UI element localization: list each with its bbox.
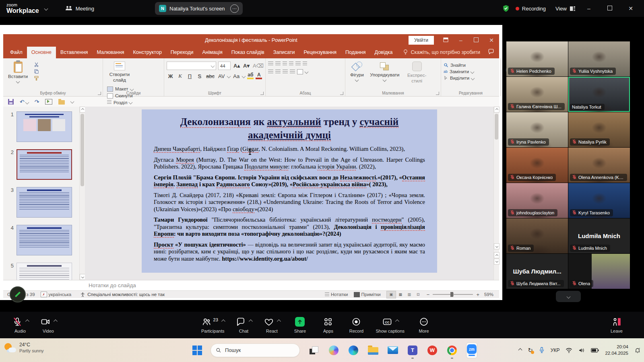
participant-tile-галина-євгенівна-ш-[interactable]: Галина Євгенівна Ш... — [506, 77, 568, 112]
scroll-down-icon[interactable] — [80, 274, 85, 280]
thumbnails-scrollbar[interactable] — [79, 107, 85, 280]
next-slide-icon[interactable] — [494, 259, 500, 265]
taskbar-search[interactable]: Пошук — [211, 343, 300, 357]
caret-up-icon[interactable] — [277, 319, 281, 323]
replace-button[interactable]: ab Замінити — [444, 69, 474, 74]
comments-toggle[interactable]: Примітки — [361, 292, 381, 297]
tray-chevron-up-icon[interactable] — [518, 348, 522, 352]
annotation-tool-button[interactable] — [10, 286, 26, 302]
slide-thumbnail-1[interactable] — [17, 111, 72, 142]
toolbar-apps[interactable]: Apps — [319, 317, 337, 333]
align-center-icon[interactable] — [275, 70, 281, 74]
format-painter-icon[interactable] — [34, 76, 39, 81]
font-name-input[interactable] — [167, 62, 216, 70]
wifi-icon[interactable] — [566, 348, 572, 353]
notes-toggle[interactable]: Нотатки — [331, 292, 348, 297]
font-style-button-abc[interactable]: abc — [205, 73, 215, 80]
scroll-up-icon[interactable] — [494, 107, 500, 113]
ppt-tab-довідка[interactable]: Довідка — [370, 47, 397, 58]
bullet-list-icon[interactable] — [268, 62, 273, 66]
participant-tile-roman[interactable]: Roman — [506, 218, 568, 253]
taskview-icon[interactable] — [308, 345, 320, 356]
participant-tile-шуба-людмила-вікт-[interactable]: Шуба Людмил...Шуба Людмила Вікт... — [506, 254, 568, 289]
slide-canvas[interactable]: Деколонизация як актуальний тренд у суча… — [142, 109, 437, 273]
toolbar-more[interactable]: More — [415, 317, 433, 333]
language-indicator[interactable]: українська — [49, 292, 72, 297]
ppt-tab-малювання[interactable]: Малювання — [92, 47, 128, 58]
cut-icon[interactable] — [34, 62, 39, 67]
select-button[interactable]: Виділити — [444, 76, 474, 80]
highlight-color-button[interactable]: аб — [247, 73, 254, 79]
open-folder-icon[interactable] — [58, 100, 65, 105]
weather-widget[interactable]: 24°C Partly sunny — [4, 341, 44, 354]
section-button[interactable]: Розділ — [107, 100, 133, 105]
tab-meeting[interactable]: Meeting — [65, 5, 94, 12]
tell-me-box[interactable]: Скажіть, що потрібно зробити — [403, 49, 481, 58]
close-button[interactable]: ✕ — [623, 5, 638, 12]
gallery-collapse-button[interactable] — [556, 291, 581, 302]
quick-styles-button[interactable]: Експрес-стилі — [403, 61, 431, 85]
ppt-tab-конструктор[interactable]: Конструктор — [129, 47, 166, 58]
participant-tile-helen-pedchenko[interactable]: Helen Pedchenko — [506, 41, 568, 76]
slideshow-view-button[interactable]: ⊡ — [414, 291, 423, 298]
participant-tile-kyryl-tarasenko[interactable]: Kyryl Tarasenko — [568, 183, 630, 218]
participant-tile-johndouglasclayton[interactable]: johndouglasclayton — [506, 183, 568, 218]
ppt-tab-анімація[interactable]: Анімація — [198, 47, 227, 58]
ppt-tab-вставлення[interactable]: Вставлення — [56, 47, 92, 58]
start-slideshow-icon[interactable] — [45, 99, 52, 105]
grow-font-button[interactable]: A▴ — [233, 62, 240, 69]
font-style-button-s[interactable]: S — [196, 73, 203, 80]
ppt-tab-подання[interactable]: Подання — [341, 47, 370, 58]
scroll-up-icon[interactable] — [80, 107, 85, 113]
dialog-launcher-icon[interactable] — [260, 92, 264, 95]
edge-icon[interactable] — [348, 345, 359, 356]
normal-view-button[interactable]: ▣ — [386, 291, 396, 298]
customize-qat-icon[interactable] — [70, 100, 74, 104]
clear-formatting-button[interactable]: A⌫ — [252, 62, 263, 69]
toolbar-record[interactable]: Record — [347, 317, 365, 333]
slide-thumbnail-3[interactable] — [17, 187, 72, 218]
ppt-tab-переходи[interactable]: Переходи — [166, 47, 198, 58]
justify-icon[interactable] — [290, 70, 295, 74]
toolbar-react[interactable]: React — [263, 317, 281, 333]
caret-up-icon[interactable] — [249, 319, 253, 323]
save-icon[interactable] — [8, 99, 14, 105]
redo-icon[interactable]: ↷ — [35, 99, 39, 105]
restore-button[interactable] — [602, 5, 617, 12]
microphone-tray-icon[interactable] — [539, 347, 545, 354]
mail-icon[interactable] — [387, 345, 398, 356]
minimize-button[interactable]: – — [581, 5, 597, 12]
toolbar-leave[interactable]: Leave — [608, 317, 625, 333]
battery-icon[interactable] — [591, 348, 599, 353]
notification-bell-icon[interactable]: z — [634, 347, 641, 354]
wps-icon[interactable]: W — [427, 345, 438, 356]
participant-tile-olena[interactable]: Olena — [568, 254, 630, 289]
participant-tile-оксана-корнієнко[interactable]: Оксана Корнієнко — [506, 148, 568, 183]
toolbar-participants[interactable]: 23Participants — [201, 317, 224, 333]
clock[interactable]: 20:04 22.04.2025 — [605, 344, 628, 356]
toolbar-audio[interactable]: Audio — [11, 317, 29, 333]
previous-slide-icon[interactable] — [494, 252, 500, 258]
participant-tile-ludmi-a-mnich[interactable]: Ludmiła MnichLudmiła Mnich — [568, 218, 630, 253]
copilot-icon[interactable] — [328, 345, 339, 356]
new-slide-button[interactable]: Створити слайд — [105, 61, 134, 84]
zoom-icon[interactable]: zm — [466, 345, 477, 356]
dialog-launcher-icon[interactable] — [436, 92, 439, 95]
numbered-list-icon[interactable] — [275, 62, 281, 66]
volume-icon[interactable] — [578, 348, 585, 353]
slide-title[interactable]: Деколонизация як актуальний тренд у суча… — [154, 115, 425, 142]
language-tray-indicator[interactable]: УКР — [551, 348, 560, 353]
zoom-out-button[interactable]: − — [427, 292, 430, 298]
participant-tile-iryna-pavlenko[interactable]: Iryna Pavlenko — [506, 112, 568, 147]
view-button[interactable]: View — [555, 6, 576, 12]
notes-pane[interactable]: Нотатки до слайда — [3, 280, 499, 290]
font-color-button[interactable]: А — [256, 73, 262, 79]
align-right-icon[interactable] — [283, 70, 288, 74]
line-spacing-icon[interactable] — [295, 62, 301, 66]
increase-indent-icon[interactable] — [289, 62, 293, 66]
font-style-button-к[interactable]: К — [176, 72, 184, 80]
slide-thumbnail-5[interactable] — [17, 263, 72, 280]
ppt-tab-файл[interactable]: Файл — [6, 47, 27, 58]
ppt-restore-button[interactable] — [469, 37, 484, 43]
scroll-down-icon[interactable] — [494, 243, 500, 249]
